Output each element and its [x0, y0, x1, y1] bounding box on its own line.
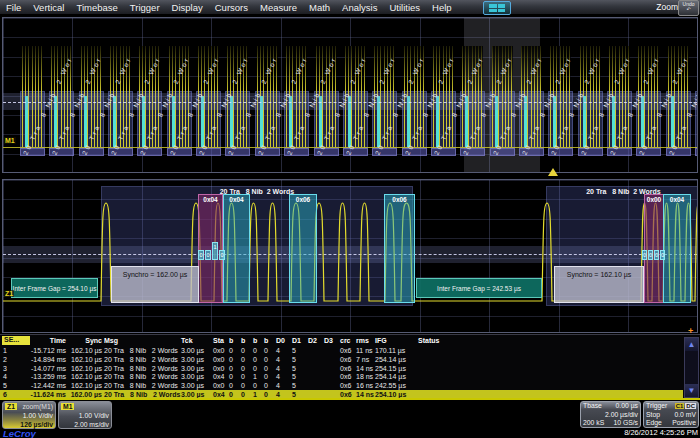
table-cell: -12.442 ms: [30, 382, 66, 389]
lecroy-logo: LeCroy: [3, 428, 36, 438]
table-cell: 0: [264, 365, 275, 372]
table-cell: 1: [3, 347, 29, 354]
table-cell: 1: [253, 391, 264, 398]
menu-bar: FileVerticalTimebaseTriggerDisplayCursor…: [0, 0, 700, 14]
menu-item-trigger[interactable]: Trigger: [124, 2, 166, 13]
menu-item-vertical[interactable]: Vertical: [27, 2, 70, 13]
z1-descriptor-box[interactable]: Z1 zoom(M1) 1.00 V/div 126 µs/div: [2, 401, 56, 429]
z1-source: zoom(M1): [22, 402, 53, 411]
table-cell: 0: [229, 373, 240, 380]
trigger-slope: Positive: [672, 419, 696, 428]
table-cell: 0x6: [340, 347, 355, 354]
table-row[interactable]: 2-14.894 ms162.10 µs20 Tra 8 Nib 2 Words…: [0, 355, 683, 364]
table-cell: 5: [292, 373, 307, 380]
sync-measure-box: Synchro = 162.00 µs: [111, 266, 199, 303]
table-row[interactable]: 3-14.077 ms162.10 µs20 Tra 8 Nib 2 Words…: [0, 364, 683, 373]
m1-trace-label: M1: [4, 137, 16, 144]
table-cell: 254.15 µs: [375, 365, 417, 372]
table-cell: 162.10 µs: [68, 356, 102, 363]
datetime: 8/26/2012 4:25:26 PM: [624, 428, 698, 437]
table-cell: 0: [241, 391, 252, 398]
table-row[interactable]: 1-15.712 ms162.10 µs20 Tra 8 Nib 2 Words…: [0, 346, 683, 355]
m1-badge: M1: [61, 403, 74, 410]
table-cell: 0x6: [340, 391, 355, 398]
table-cell: Msg: [104, 337, 180, 344]
menu-item-analysis[interactable]: Analysis: [336, 2, 383, 13]
decode-table-header: SE... TimeSyncMsgTckStabbbbD0D1D2D3crcrm…: [0, 336, 700, 346]
nibble-box: 0x00: [644, 194, 664, 303]
table-cell: 0x0: [213, 356, 228, 363]
table-cell: 0: [229, 365, 240, 372]
menu-item-file[interactable]: File: [0, 2, 27, 13]
m1-descriptor-box[interactable]: M1 1.00 V/div 2.00 ms/div: [58, 401, 112, 429]
table-cell: 5: [292, 391, 307, 398]
trigger-source-badge: C1: [675, 403, 685, 409]
table-cell: 4: [276, 347, 291, 354]
table-cell: 162.10 µs: [68, 365, 102, 372]
menu-item-timebase[interactable]: Timebase: [70, 2, 123, 13]
table-cell: 0: [264, 347, 275, 354]
table-scrollbar[interactable]: ▲ ▼: [684, 337, 699, 398]
table-row[interactable]: 5-12.442 ms162.10 µs20 Tra 8 Nib 2 Words…: [0, 381, 683, 390]
table-cell: 1: [253, 373, 264, 380]
undo-button[interactable]: Undo ↶: [678, 0, 699, 16]
trigger-mode: Stop: [646, 411, 660, 420]
trigger-label: Trigger: [646, 402, 667, 411]
table-cell: 20 Tra 8 Nib 2 Words: [104, 347, 180, 354]
table-cell: crc: [340, 337, 355, 344]
table-cell: 3.00 µs: [181, 382, 211, 389]
table-cell: 3.00 µs: [181, 356, 211, 363]
nibble-box: 0x04: [223, 194, 250, 303]
menu-item-cursors[interactable]: Cursors: [209, 2, 254, 13]
menu-item-display[interactable]: Display: [166, 2, 209, 13]
table-cell: 4: [276, 365, 291, 372]
table-cell: 0x0: [213, 382, 228, 389]
cursor-plus-marker[interactable]: +: [688, 326, 693, 336]
table-cell: 0: [253, 347, 264, 354]
table-cell: b: [264, 337, 275, 344]
status-bit: 0: [648, 250, 653, 260]
table-bottom-separator: [0, 398, 700, 400]
ifg-measure-box: Inter Frame Gap = 254.10 µs: [11, 278, 98, 298]
zoom-label: Zoom: [656, 2, 678, 12]
table-cell: D0: [276, 337, 291, 344]
table-cell: 11 ns: [356, 347, 375, 354]
menu-item-math[interactable]: Math: [303, 2, 336, 13]
table-cell: 0: [253, 365, 264, 372]
table-cell: -14.077 ms: [30, 365, 66, 372]
table-cell: 0x6: [340, 373, 355, 380]
nibble-box: 0x06: [289, 194, 317, 303]
tbase-offset: 0.00 µs: [616, 402, 638, 411]
scroll-up-button[interactable]: ▲: [685, 338, 698, 351]
table-cell: 5: [292, 382, 307, 389]
table-row[interactable]: 4-13.259 ms162.10 µs20 Tra 8 Nib 2 Words…: [0, 372, 683, 381]
table-cell: 5: [3, 382, 29, 389]
table-cell: 20 Tra 8 Nib 2 Words: [104, 391, 180, 398]
m1-vdiv: 1.00 V/div: [61, 411, 109, 420]
table-cell: b: [253, 337, 264, 344]
menu-item-help[interactable]: Help: [426, 2, 458, 13]
timebase-box[interactable]: Tbase 0.00 µs 2.00 µs/div 200 kS 10 GS/s: [580, 401, 641, 428]
table-cell: 16 ns: [356, 382, 375, 389]
decode-protocol-badge[interactable]: SE...: [2, 336, 30, 345]
table-cell: 254.14 µs: [375, 356, 417, 363]
table-cell: 162.10 µs: [68, 382, 102, 389]
mid-graticule: 20 Tra 8 Nib 2 Words 20 Tra 8 Nib 2 Word…: [2, 179, 698, 333]
table-cell: 4: [276, 356, 291, 363]
table-cell: 0x6: [340, 382, 355, 389]
scroll-down-button[interactable]: ▼: [685, 384, 698, 397]
trigger-position-marker[interactable]: [548, 168, 558, 176]
table-cell: 5: [292, 365, 307, 372]
table-cell: IFG: [375, 337, 417, 344]
trigger-box[interactable]: Trigger C1DC Stop 0.0 mV Edge Positive: [643, 401, 699, 428]
display-grid-icon[interactable]: [483, 1, 511, 15]
trigger-type: Edge: [646, 419, 662, 428]
menu-item-utilities[interactable]: Utilities: [383, 2, 426, 13]
status-bit: 1: [212, 242, 218, 260]
trigger-level: 0.0 mV: [674, 411, 696, 420]
tbase-tdiv: 2.00 µs/div: [605, 411, 638, 420]
table-cell: 0x4: [213, 391, 228, 398]
status-bit: 0: [219, 250, 225, 260]
menu-item-measure[interactable]: Measure: [254, 2, 303, 13]
table-cell: 0x6: [340, 356, 355, 363]
